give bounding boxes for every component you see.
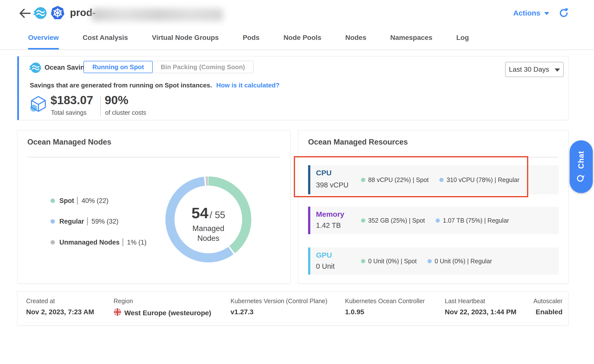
legend-item-regular: Regular 59% (32) [50,216,118,226]
ocean-logo-icon [33,6,47,20]
actions-button[interactable]: Actions [513,9,549,17]
gpu-spot-stat: 0 Unit (0%) | Spot [361,258,417,265]
tab-cost-analysis[interactable]: Cost Analysis [83,26,128,50]
total-savings-value: $183.07 [50,93,93,107]
savings-divider [100,96,101,116]
created-at-column: Created at Nov 2, 2023, 7:23 AM [26,298,94,316]
period-dropdown[interactable]: Last 30 Days [505,62,564,77]
savings-toggle: Running on Spot Bin Packing (Coming Soon… [83,61,254,73]
spot-dot-icon [50,199,55,203]
resource-row-cpu: CPU 398 vCPU 88 vCPU (22%) | Spot 310 vC… [308,165,559,194]
tab-node-pools[interactable]: Node Pools [283,26,321,50]
gpu-regular-stat: 0 Unit (0%) | Regular [428,258,492,265]
savings-description: Savings that are generated from running … [30,82,280,89]
kubernetes-logo-icon [50,5,65,20]
tab-log[interactable]: Log [456,26,469,50]
cpu-total: 398 vCPU [316,181,348,189]
managed-count: 54 [192,204,209,221]
region-column: Region West Europe (westeurope) [114,298,211,318]
autoscaler-value: Enabled [533,308,562,316]
spot-dot-icon [361,218,365,223]
total-savings-label: Total savings [51,109,87,116]
legend-item-unmanaged: Unmanaged Nodes 1% (1) [50,237,147,247]
tab-namespaces[interactable]: Namespaces [390,26,432,50]
uk-flag-icon [114,308,121,318]
savings-cube-icon [30,95,47,113]
ocean-savings-icon [29,62,41,74]
memory-spot-stat: 352 GB (25%) | Spot [361,217,425,224]
divider [27,157,280,157]
memory-name: Memory [316,210,344,218]
ocean-savings-card: Ocean Savings: Running on Spot Bin Packi… [17,56,568,120]
tab-pods[interactable]: Pods [243,26,259,50]
chat-bubble-icon [577,173,586,182]
cluster-info-bar: Created at Nov 2, 2023, 7:23 AM Region [17,291,568,326]
cluster-cost-pct-label: of cluster costs [105,109,146,116]
regular-dot-icon [436,218,440,223]
ocean-cluster-overview-page: prod- Actions Overview Cost Analysis Vir… [0,0,594,364]
k8s-version-column: Kubernetes Version (Control Plane) v1.27… [231,298,327,316]
nodes-card-title: Ocean Managed Nodes [27,138,111,147]
tab-virtual-node-groups[interactable]: Virtual Node Groups [152,26,219,50]
unmanaged-dot-icon [50,240,55,245]
refresh-icon [558,7,569,19]
spot-dot-icon [361,259,365,263]
memory-accent-bar [308,207,310,234]
region-value: West Europe (westeurope) [124,309,211,317]
autoscaler-column: Autoscaler Enabled [533,298,562,316]
resource-row-gpu: GPU 0 Unit 0 Unit (0%) | Spot 0 Unit (0%… [308,248,559,275]
cpu-regular-stat: 310 vCPU (78%) | Regular [439,176,519,183]
how-calculated-link[interactable]: How is it calculated? [216,82,280,89]
tab-overview[interactable]: Overview [28,26,59,50]
back-button[interactable] [19,8,31,19]
controller-value: 1.0.95 [345,308,425,316]
chat-button[interactable]: Chat [570,140,593,193]
tab-nodes[interactable]: Nodes [345,26,366,50]
ocean-managed-nodes-card: Ocean Managed Nodes Spot 40% (22) Regula… [17,130,291,284]
total-count: / 55 [210,210,225,220]
chevron-down-icon [555,68,560,72]
heartbeat-value: Nov 22, 2023, 1:44 PM [445,308,516,316]
gpu-name: GPU [316,251,332,259]
cluster-title-redacted [92,8,223,21]
regular-dot-icon [439,178,444,182]
period-value: Last 30 Days [509,66,549,73]
divider [308,157,558,157]
tab-bar: Overview Cost Analysis Virtual Node Grou… [0,26,594,50]
cpu-spot-stat: 88 vCPU (22%) | Spot [361,176,429,183]
spot-dot-icon [361,178,365,182]
created-at-value: Nov 2, 2023, 7:23 AM [26,308,94,316]
header: prod- Actions [0,0,594,26]
actions-label: Actions [513,9,540,17]
chevron-down-icon [544,12,549,15]
k8s-version-value: v1.27.3 [231,308,327,316]
regular-dot-icon [50,219,55,224]
memory-regular-stat: 1.07 TB (75%) | Regular [436,217,509,224]
regular-dot-icon [428,259,432,263]
memory-total: 1.42 TB [316,221,341,230]
cpu-accent-bar [308,165,310,194]
refresh-button[interactable] [558,7,569,19]
toggle-bin-packing[interactable]: Bin Packing (Coming Soon) [152,61,253,73]
ocean-managed-resources-card: Ocean Managed Resources CPU 398 vCPU 88 … [298,130,568,284]
gpu-accent-bar [308,248,310,275]
savings-description-text: Savings that are generated from running … [30,82,212,89]
gpu-total: 0 Unit [316,262,335,270]
donut-center-label: 54 / 55 Managed Nodes [162,204,255,243]
legend-item-spot: Spot 40% (22) [50,196,109,206]
heartbeat-column: Last Heartbeat Nov 22, 2023, 1:44 PM [445,298,516,316]
resources-card-title: Ocean Managed Resources [308,138,408,147]
controller-column: Kubernetes Ocean Controller 1.0.95 [345,298,425,316]
toggle-running-on-spot[interactable]: Running on Spot [83,61,153,73]
resource-row-memory: Memory 1.42 TB 352 GB (25%) | Spot 1.07 … [308,207,559,234]
back-arrow-icon [19,8,31,19]
cpu-name: CPU [316,169,331,177]
cluster-cost-pct-value: 90% [105,93,128,107]
